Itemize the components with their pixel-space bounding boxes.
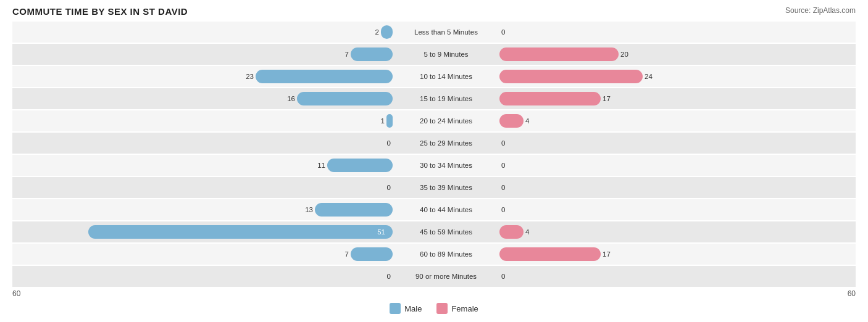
female-value: 0 [501,139,519,147]
left-section: 7 [12,47,395,61]
left-section: 7 [12,247,395,261]
row-label: 25 to 29 Minutes [395,139,497,147]
row-label: 15 to 19 Minutes [395,95,497,102]
right-section: 0 [497,181,868,194]
male-swatch [390,303,401,314]
bar-row: 2 Less than 5 Minutes 0 [12,22,856,43]
female-swatch [436,303,448,314]
female-bar-wrap: 24 [499,70,868,83]
male-value: 0 [373,273,391,280]
male-bar-wrap: 13 [12,203,393,217]
bar-row: 13 40 to 44 Minutes 0 [12,199,856,220]
female-value: 4 [525,228,543,236]
female-value: 17 [603,250,620,258]
female-bar-wrap: 0 [499,203,868,217]
chart-title: COMMUTE TIME BY SEX IN ST DAVID [12,6,188,17]
axis-left: 60 [12,289,385,298]
male-value: 11 [308,162,325,169]
male-bar [351,47,393,61]
row-label: Less than 5 Minutes [395,28,497,36]
right-section: 20 [497,47,868,61]
bar-row: 16 15 to 19 Minutes 17 [12,88,856,109]
female-bar-wrap: 17 [499,92,868,105]
female-value: 24 [645,73,662,80]
legend-male: Male [390,303,422,314]
bar-row: 51 45 to 59 Minutes 4 [12,221,856,242]
left-section: 2 [12,25,395,39]
right-section: 0 [497,203,868,217]
female-label: Female [451,304,478,313]
left-section: 11 [12,159,395,172]
bar-row: 0 35 to 39 Minutes 0 [12,177,856,198]
male-value: 23 [236,73,254,80]
legend: Male Female [12,303,856,314]
male-value: 7 [332,250,349,258]
female-bar [499,225,524,239]
left-section: 13 [12,203,395,217]
left-section: 1 [12,114,395,128]
male-bar-wrap: 11 [12,159,393,172]
male-bar: 51 [88,225,393,239]
bar-row: 23 10 to 14 Minutes 24 [12,66,856,87]
female-bar [499,114,524,128]
male-value: 16 [278,95,295,102]
male-value: 0 [373,139,391,147]
female-value: 4 [525,117,543,125]
female-bar [499,247,601,261]
male-value: 1 [367,117,385,125]
male-bar [315,203,393,217]
female-value: 0 [501,206,519,213]
axis-right-value: 60 [848,289,856,298]
right-section: 4 [497,225,868,239]
row-label: 20 to 24 Minutes [395,117,497,125]
female-value: 20 [620,51,638,58]
right-section: 0 [497,25,868,39]
chart-container: COMMUTE TIME BY SEX IN ST DAVID Source: … [12,6,856,314]
male-bar-wrap: 16 [12,92,393,105]
female-value: 0 [501,28,519,36]
male-bar-wrap: 0 [12,136,393,150]
left-section: 51 [12,225,395,239]
bar-row: 0 25 to 29 Minutes 0 [12,133,856,154]
bar-row: 0 90 or more Minutes 0 [12,266,856,287]
female-value: 0 [501,184,519,191]
left-section: 23 [12,70,395,83]
right-section: 24 [497,70,868,83]
male-bar-wrap: 2 [12,25,393,39]
male-value: 13 [296,206,313,213]
male-bar-wrap: 0 [12,181,393,194]
female-value: 17 [603,95,620,102]
left-section: 0 [12,136,395,150]
female-bar [499,92,601,105]
row-label: 5 to 9 Minutes [395,51,497,58]
right-section: 4 [497,114,868,128]
axis-right: 60 [483,289,856,298]
female-value: 0 [501,162,519,169]
female-bar-wrap: 0 [499,25,868,39]
female-bar-wrap: 20 [499,47,868,61]
right-section: 0 [497,136,868,150]
axis-row: 60 60 [12,289,856,298]
male-bar-wrap: 51 [12,225,393,239]
right-section: 17 [497,247,868,261]
row-label: 90 or more Minutes [395,273,497,280]
chart-header: COMMUTE TIME BY SEX IN ST DAVID Source: … [12,6,856,17]
male-bar-wrap: 1 [12,114,393,128]
female-bar-wrap: 0 [499,159,868,172]
left-section: 0 [12,270,395,283]
male-bar [351,247,393,261]
female-bar-wrap: 0 [499,181,868,194]
male-value: 2 [362,28,379,36]
right-section: 17 [497,92,868,105]
row-label: 35 to 39 Minutes [395,184,497,191]
axis-left-value: 60 [12,289,20,298]
male-value: 0 [373,184,391,191]
row-label: 10 to 14 Minutes [395,73,497,80]
bar-row: 7 5 to 9 Minutes 20 [12,44,856,65]
male-bar [386,114,393,128]
male-bar [381,25,393,39]
chart-area: 2 Less than 5 Minutes 0 7 5 to 9 Minutes [12,22,856,287]
row-label: 45 to 59 Minutes [395,228,497,236]
bar-row: 1 20 to 24 Minutes 4 [12,110,856,131]
male-bar [256,70,393,83]
